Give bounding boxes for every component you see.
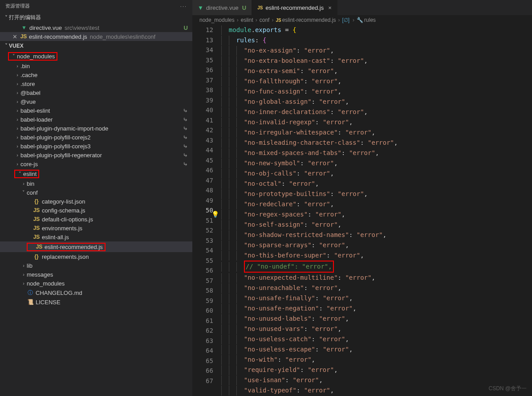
breadcrumb-item[interactable]: 🔧rules [357,17,376,23]
chevron-right-icon: › [14,99,20,104]
breadcrumb-item[interactable]: node_modules [199,17,235,23]
chevron-right-icon: › [14,143,20,149]
js-icon: JS [20,33,27,40]
close-icon[interactable]: ✕ [12,33,17,40]
more-icon[interactable]: ··· [180,4,187,9]
js-icon: JS [33,216,40,222]
folder-item[interactable]: ›@vue [0,97,192,106]
folder-item[interactable]: ›babel-plugin-polyfill-regenerator⤷ [0,151,192,159]
chevron-down-icon: ˅ [17,171,23,177]
lightbulb-icon[interactable]: 💡 [211,209,219,220]
project-section[interactable]: ˅ VUEX [0,41,192,51]
folder-item[interactable]: ›babel-eslint⤷ [0,106,192,115]
chevron-right-icon: › [20,272,27,277]
folder-item[interactable]: ›.cache [0,70,192,79]
breadcrumb-item[interactable]: [∅] [342,17,350,23]
folder-item[interactable]: ›babel-plugin-polyfill-corejs2⤷ [0,133,192,142]
folder-item[interactable]: ›core-js⤷ [0,159,192,168]
close-icon[interactable]: × [328,4,332,11]
breadcrumb[interactable]: node_modules›eslint›conf›JSeslint-recomm… [192,15,532,25]
wrench-icon: 🔧 [357,17,363,23]
chevron-right-icon: › [14,135,20,140]
file-item[interactable]: {}category-list.json [0,197,192,206]
chevron-right-icon: › [20,181,27,186]
folder-item[interactable]: ›node_modules [0,279,192,288]
json-icon: {} [33,198,40,204]
chevron-right-icon: › [14,63,20,69]
breadcrumb-item[interactable]: JSeslint-recommended.js [276,17,336,23]
chevron-right-icon: › [14,126,20,131]
folder-item[interactable]: ›babel-plugin-polyfill-corejs3⤷ [0,142,192,151]
editor-tab[interactable]: JSeslint-recommended.js× [252,0,337,15]
chevron-down-icon: ˅ [20,190,27,196]
json-icon: {} [33,253,40,260]
chevron-down-icon: ˅ [11,53,17,59]
editor-tabs: ▼directive.vueUJSeslint-recommended.js× [192,0,532,15]
file-item[interactable]: JSenvironments.js [0,224,192,233]
chevron-down-icon: ˅ [4,15,9,21]
chevron-right-icon: › [14,117,20,122]
file-item[interactable]: {}replacements.json [0,252,192,261]
chevron-right-icon: › [14,81,20,86]
chevron-right-icon: › [20,263,27,268]
folder-item[interactable]: ›.bin [0,61,192,70]
file-item[interactable]: JSconfig-schema.js [0,206,192,215]
folder-item[interactable]: ˅node_modules [0,51,192,61]
chevron-down-icon: ˅ [4,43,9,49]
open-editor-item[interactable]: ✕JSeslint-recommended.jsnode_modules\esl… [0,32,192,41]
watermark: CSDN @舍予一 [488,385,527,392]
folder-item[interactable]: ›lib [0,261,192,270]
editor-pane: ▼directive.vueUJSeslint-recommended.js× … [192,0,532,396]
info-icon: ⓘ [27,289,34,297]
js-icon: JS [276,18,281,23]
folder-item[interactable]: ˅conf [0,188,192,197]
chevron-right-icon: › [14,108,20,113]
js-icon: JS [257,5,263,10]
chevron-right-icon: › [14,161,20,167]
cube-icon: [∅] [342,17,349,23]
explorer-title: 资源管理器 [5,3,30,9]
file-item[interactable]: JSdefault-cli-options.js [0,215,192,224]
js-icon: JS [33,207,40,213]
chevron-right-icon: › [14,90,20,95]
vue-icon: ▼ [20,24,28,31]
chevron-right-icon: › [20,281,27,286]
vue-icon: ▼ [198,4,203,11]
js-icon: JS [36,244,43,250]
editor-tab[interactable]: ▼directive.vueU [192,0,252,15]
explorer-sidebar: 资源管理器 ··· ˅ 打开的编辑器 ▼directive.vuesrc\vie… [0,0,192,396]
file-item[interactable]: 📜LICENSE [0,298,192,306]
folder-item[interactable]: ›babel-loader⤷ [0,115,192,124]
folder-item[interactable]: ›bin [0,179,192,188]
open-editors-section[interactable]: ˅ 打开的编辑器 [0,12,192,23]
chevron-right-icon: › [14,72,20,78]
folder-item[interactable]: ›messages [0,270,192,279]
code-editor[interactable]: 1213343536373839404142434445464748495051… [192,25,532,396]
js-icon: JS [33,234,40,240]
open-editor-item[interactable]: ▼directive.vuesrc\views\testU [0,23,192,32]
folder-item[interactable]: ›babel-plugin-dynamic-import-node⤷ [0,124,192,133]
breadcrumb-item[interactable]: eslint [241,17,253,23]
file-item[interactable]: ⓘCHANGELOG.md [0,288,192,298]
cert-icon: 📜 [27,299,34,305]
folder-item[interactable]: ›@babel [0,88,192,97]
folder-item[interactable]: ›.store [0,79,192,88]
file-tree: ˅node_modules›.bin›.cache›.store›@babel›… [0,51,192,396]
file-item[interactable]: JSeslint-recommended.js [0,241,192,252]
js-icon: JS [33,225,40,231]
breadcrumb-item[interactable]: conf [260,17,270,23]
file-item[interactable]: JSeslint-all.js [0,233,192,241]
chevron-right-icon: › [14,152,20,158]
folder-item[interactable]: ˅eslint [0,168,192,179]
